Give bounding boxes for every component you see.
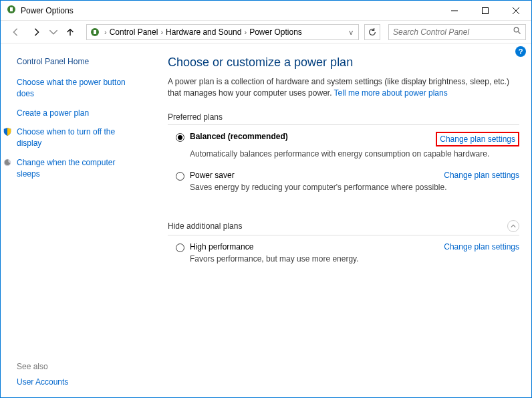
main-panel: ? Choose or customize a power plan A pow… <box>148 43 531 397</box>
plan-radio-power-saver[interactable] <box>176 172 184 181</box>
plan-title: High performance <box>190 242 253 252</box>
sidebar-link-turn-off-display[interactable]: Choose when to turn off the display <box>17 126 138 149</box>
refresh-button[interactable] <box>364 24 380 40</box>
svg-line-9 <box>519 32 521 34</box>
breadcrumb-item[interactable]: Power Options <box>249 27 302 37</box>
search-box[interactable] <box>388 24 526 40</box>
see-also-user-accounts[interactable]: User Accounts <box>17 377 68 388</box>
sidebar-link-computer-sleeps[interactable]: Change when the computer sleeps <box>17 157 138 180</box>
breadcrumb-item[interactable]: Control Panel <box>110 27 158 37</box>
navbar: › Control Panel › Hardware and Sound › P… <box>1 21 531 43</box>
sidebar-link-label: Choose when to turn off the display <box>17 126 138 149</box>
see-also-header: See also <box>17 362 68 371</box>
chevron-right-icon: › <box>102 28 110 36</box>
plan-balanced: Balanced (recommended) Change plan setti… <box>168 132 519 159</box>
highlight-annotation: Change plan settings <box>436 132 519 146</box>
change-plan-settings-link[interactable]: Change plan settings <box>444 171 519 180</box>
shield-icon <box>2 126 13 137</box>
svg-point-8 <box>514 27 519 32</box>
sidebar-link-label: Change when the computer sleeps <box>17 157 138 180</box>
minimize-button[interactable] <box>439 1 470 21</box>
svg-rect-7 <box>94 30 96 34</box>
plan-desc: Saves energy by reducing your computer's… <box>190 183 519 192</box>
window-controls <box>439 1 531 21</box>
maximize-button[interactable] <box>470 1 501 21</box>
change-plan-settings-link[interactable]: Change plan settings <box>444 242 519 252</box>
change-plan-settings-link[interactable]: Change plan settings <box>440 134 515 144</box>
svg-rect-1 <box>10 7 13 11</box>
intro-link[interactable]: Tell me more about power plans <box>334 88 448 98</box>
help-icon[interactable]: ? <box>515 46 526 57</box>
hide-additional-header[interactable]: Hide additional plans <box>168 220 519 235</box>
plan-high-performance: High performance Change plan settings Fa… <box>168 242 519 264</box>
forward-button[interactable] <box>27 24 46 40</box>
chevron-right-icon: › <box>241 28 249 36</box>
search-icon <box>513 27 521 37</box>
section-header-label: Hide additional plans <box>168 221 242 231</box>
preferred-plans-header: Preferred plans <box>168 112 519 125</box>
app-icon <box>6 4 17 17</box>
moon-icon <box>2 157 13 168</box>
page-intro: A power plan is a collection of hardware… <box>168 76 519 99</box>
chevron-up-icon[interactable] <box>507 220 519 232</box>
plan-radio-high-performance[interactable] <box>176 243 184 252</box>
plan-radio-balanced[interactable] <box>176 133 184 142</box>
sidebar-link-create-plan[interactable]: Create a power plan <box>17 108 138 119</box>
control-panel-home-link[interactable]: Control Panel Home <box>17 57 138 66</box>
close-button[interactable] <box>501 1 531 21</box>
sidebar-link-label: Choose what the power button does <box>17 77 138 100</box>
breadcrumb-icon <box>90 27 100 37</box>
breadcrumb-item[interactable]: Hardware and Sound <box>166 27 241 37</box>
search-input[interactable] <box>393 27 521 37</box>
back-button[interactable] <box>6 24 25 40</box>
plan-title: Balanced (recommended) <box>190 132 288 141</box>
section-header-label: Preferred plans <box>168 112 223 122</box>
titlebar: Power Options <box>1 1 531 21</box>
see-also-section: See also User Accounts <box>17 362 68 388</box>
plan-desc: Automatically balances performance with … <box>190 149 519 159</box>
svg-rect-3 <box>483 7 489 13</box>
sidebar-link-power-button[interactable]: Choose what the power button does <box>17 77 138 100</box>
window-title: Power Options <box>17 6 439 15</box>
content-area: Control Panel Home Choose what the power… <box>1 43 531 397</box>
breadcrumb[interactable]: › Control Panel › Hardware and Sound › P… <box>86 24 359 40</box>
plan-power-saver: Power saver Change plan settings Saves e… <box>168 171 519 192</box>
plan-desc: Favors performance, but may use more ene… <box>190 254 519 264</box>
chevron-right-icon: › <box>158 28 166 36</box>
recent-dropdown[interactable] <box>49 24 58 40</box>
see-also-link-label: User Accounts <box>17 377 68 388</box>
up-button[interactable] <box>61 24 80 40</box>
plan-title: Power saver <box>190 171 235 180</box>
sidebar: Control Panel Home Choose what the power… <box>1 43 148 397</box>
page-heading: Choose or customize a power plan <box>168 56 519 70</box>
breadcrumb-dropdown[interactable]: v <box>347 28 356 36</box>
sidebar-link-label: Create a power plan <box>17 108 89 119</box>
